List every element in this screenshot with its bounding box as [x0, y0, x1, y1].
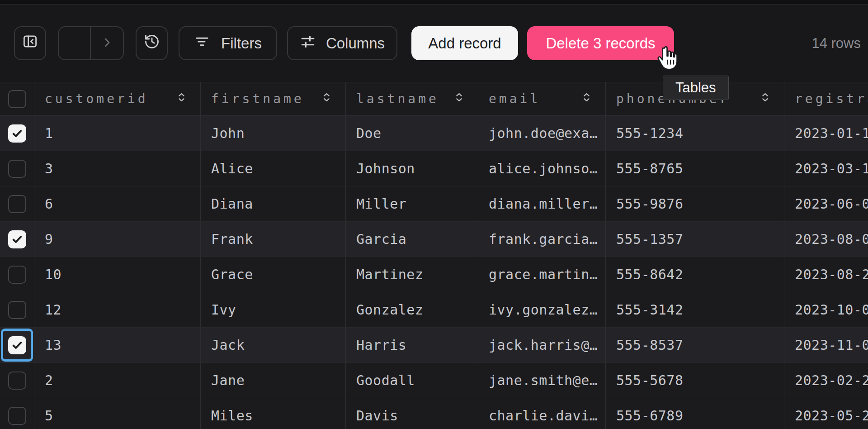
cell-customerid[interactable]: 13 [34, 328, 201, 362]
cell-firstname[interactable]: John [201, 116, 346, 151]
cell-firstname[interactable]: Ivy [201, 292, 346, 327]
add-record-button[interactable]: Add record [411, 26, 518, 60]
row-checkbox[interactable] [8, 407, 26, 425]
table-row[interactable]: 9 Frank Garcia frank.garcia… 555-1357 20… [0, 222, 868, 257]
cell-lastname[interactable]: Gonzalez [346, 292, 478, 327]
column-header-lastname[interactable]: lastname [346, 82, 478, 115]
cell-firstname[interactable]: Alice [201, 151, 346, 186]
cell-email[interactable]: charlie.davi… [478, 398, 606, 429]
chevron-left-icon [67, 35, 82, 52]
cell-registrationdate[interactable]: 2023-05-2 [784, 398, 868, 429]
cell-phonenumber[interactable]: 555-8537 [606, 328, 784, 362]
cell-lastname[interactable]: Martinez [346, 257, 478, 292]
column-header-email[interactable]: email [478, 82, 606, 115]
cell-phonenumber[interactable]: 555-3142 [606, 292, 784, 327]
cell-email[interactable]: diana.miller… [478, 186, 606, 221]
cell-phonenumber[interactable]: 555-8765 [606, 151, 784, 186]
cell-registrationdate[interactable]: 2023-10-0 [784, 292, 868, 327]
table-row[interactable]: 3 Alice Johnson alice.johnso… 555-8765 2… [0, 151, 868, 186]
cell-phonenumber[interactable]: 555-6789 [606, 398, 784, 429]
cell-customerid[interactable]: 12 [34, 292, 201, 327]
cell-registrationdate[interactable]: 2023-03-1 [784, 151, 868, 186]
cell-email[interactable]: john.doe@exa… [478, 116, 606, 151]
table-row[interactable]: 13 Jack Harris jack.harris@… 555-8537 20… [0, 328, 868, 363]
cell-lastname[interactable]: Davis [346, 398, 478, 429]
row-checkbox[interactable] [8, 195, 26, 213]
cell-firstname[interactable]: Diana [201, 186, 346, 221]
sort-chevrons-icon [175, 90, 188, 108]
select-all-checkbox[interactable] [8, 90, 26, 108]
cell-firstname[interactable]: Grace [201, 257, 346, 292]
cell-lastname[interactable]: Johnson [346, 151, 478, 186]
cell-email[interactable]: grace.martin… [478, 257, 606, 292]
row-checkbox[interactable] [8, 372, 26, 390]
column-header-label: customerid [45, 91, 148, 106]
cell-registrationdate[interactable]: 2023-11-0 [784, 328, 868, 362]
cell-registrationdate[interactable]: 2023-01-1 [784, 116, 868, 151]
cell-customerid[interactable]: 5 [34, 398, 201, 429]
cell-lastname[interactable]: Doe [346, 116, 478, 151]
data-table: customerid firstname lastname email [0, 82, 868, 429]
cell-email[interactable]: jane.smith@e… [478, 363, 606, 398]
cell-phonenumber[interactable]: 555-9876 [606, 186, 784, 221]
table-row[interactable]: 1 John Doe john.doe@exa… 555-1234 2023-0… [0, 116, 868, 151]
cell-customerid[interactable]: 9 [34, 222, 201, 257]
cell-registrationdate[interactable]: 2023-06-0 [784, 186, 868, 221]
cell-phonenumber[interactable]: 555-5678 [606, 363, 784, 398]
cell-email[interactable]: frank.garcia… [478, 222, 606, 257]
sidebar-toggle-button[interactable] [14, 26, 46, 60]
table-body: 1 John Doe john.doe@exa… 555-1234 2023-0… [0, 116, 868, 429]
select-all-cell [0, 82, 34, 115]
cell-lastname[interactable]: Garcia [346, 222, 478, 257]
column-header-registrationdate[interactable]: registrat [784, 82, 868, 115]
cell-email[interactable]: ivy.gonzalez… [478, 292, 606, 327]
table-row[interactable]: 12 Ivy Gonzalez ivy.gonzalez… 555-3142 2… [0, 292, 868, 328]
cell-firstname[interactable]: Miles [201, 398, 346, 429]
cell-registrationdate[interactable]: 2023-08-2 [784, 257, 868, 292]
filters-button[interactable]: Filters [179, 26, 277, 60]
delete-records-button[interactable]: Delete 3 records [527, 26, 674, 60]
cell-lastname[interactable]: Harris [346, 328, 478, 362]
row-select-cell [0, 257, 34, 292]
cell-lastname[interactable]: Miller [346, 186, 478, 221]
tables-tooltip-label: Tables [675, 80, 716, 96]
cell-firstname[interactable]: Jack [201, 328, 346, 362]
column-header-customerid[interactable]: customerid [34, 82, 201, 115]
cell-customerid[interactable]: 2 [34, 363, 201, 398]
cell-customerid[interactable]: 6 [34, 186, 201, 221]
row-checkbox[interactable] [8, 160, 26, 178]
forward-button[interactable] [91, 27, 123, 59]
row-select-cell [0, 222, 34, 257]
row-select-cell [0, 363, 34, 398]
table-row[interactable]: 5 Miles Davis charlie.davi… 555-6789 202… [0, 398, 868, 429]
row-checkbox[interactable] [8, 124, 26, 143]
back-button[interactable] [59, 27, 91, 59]
cell-phonenumber[interactable]: 555-8642 [606, 257, 784, 292]
cell-phonenumber[interactable]: 555-1234 [606, 116, 784, 151]
cell-customerid[interactable]: 3 [34, 151, 201, 186]
cell-email[interactable]: alice.johnso… [478, 151, 606, 186]
row-checkbox[interactable] [8, 301, 26, 319]
cell-registrationdate[interactable]: 2023-08-0 [784, 222, 868, 257]
table-row[interactable]: 6 Diana Miller diana.miller… 555-9876 20… [0, 186, 868, 222]
table-row[interactable]: 2 Jane Goodall jane.smith@e… 555-5678 20… [0, 363, 868, 398]
table-row[interactable]: 10 Grace Martinez grace.martin… 555-8642… [0, 257, 868, 292]
cell-firstname[interactable]: Frank [201, 222, 346, 257]
cell-customerid[interactable]: 1 [34, 116, 201, 151]
row-count-label: 14 rows [811, 35, 861, 52]
column-header-firstname[interactable]: firstname [201, 82, 346, 115]
row-checkbox[interactable] [8, 266, 26, 284]
row-checkbox[interactable] [8, 336, 26, 354]
sort-chevrons-icon [759, 90, 771, 108]
cell-phonenumber[interactable]: 555-1357 [606, 222, 784, 257]
sort-chevrons-icon [321, 90, 333, 108]
cell-registrationdate[interactable]: 2023-02-2 [784, 363, 868, 398]
history-button[interactable] [136, 26, 168, 60]
row-checkbox[interactable] [8, 230, 26, 248]
cell-email[interactable]: jack.harris@… [478, 328, 606, 362]
cell-customerid[interactable]: 10 [34, 257, 201, 292]
cell-lastname[interactable]: Goodall [346, 363, 478, 398]
tables-tooltip: Tables [663, 76, 729, 100]
cell-firstname[interactable]: Jane [201, 363, 346, 398]
columns-button[interactable]: Columns [287, 26, 397, 60]
